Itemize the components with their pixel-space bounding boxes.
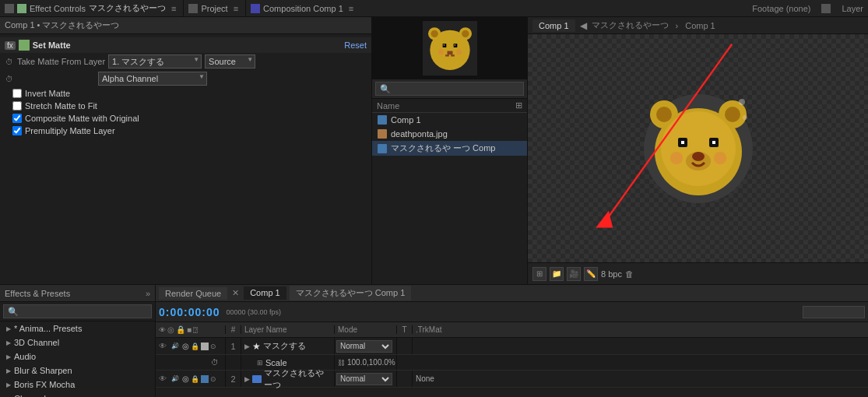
premultiply-matte-checkbox[interactable] — [12, 126, 22, 135]
layer2-motion-blur-icon[interactable]: ⊙ — [210, 375, 216, 383]
effects-item-4-triangle: ▶ — [6, 381, 11, 388]
tab-comp1[interactable]: Comp 1 — [244, 286, 286, 300]
project-file-maskcomp[interactable]: マスクされるや ーつ Comp — [372, 141, 527, 156]
comp-icon-comp1 — [378, 115, 387, 125]
layer2-solo-icon[interactable]: ◎ — [182, 374, 189, 383]
layer2-expand-icon[interactable]: ▶ — [244, 375, 250, 383]
layer2-lock-icon[interactable]: 🔒 — [191, 375, 199, 383]
effects-search-input[interactable] — [3, 304, 152, 318]
project-file-deathponta[interactable]: deathponta.jpg — [372, 127, 527, 141]
tl-lock-header-icon: 🔒 — [176, 325, 185, 334]
layer2-visibility-icon[interactable]: 👁 — [157, 374, 168, 385]
scale-stopwatch-icon[interactable]: ⏱ — [211, 358, 219, 367]
tab-maskcomp[interactable]: マスクされるやーつ Comp 1 — [290, 286, 412, 300]
layer1-solo-icon[interactable]: ◎ — [182, 342, 189, 350]
breadcrumb-layer: マスクされるやーつ — [592, 19, 669, 31]
tl-label-header-icon: ■ — [187, 325, 192, 334]
effects-item-3-label: Blur & Sharpen — [14, 366, 72, 375]
stretch-matte-checkbox[interactable] — [12, 101, 22, 111]
layer1-label-color — [201, 343, 209, 350]
use-for-matte-select[interactable]: Alpha Channel — [98, 72, 207, 86]
effect-controls-menu-icon[interactable]: ≡ — [169, 4, 178, 13]
composite-matte-row: Composite Matte with Original — [0, 112, 371, 125]
timeline-controls-bar: 0:00:00:00 00000 (30.00 fps) — [156, 302, 868, 322]
svg-point-21 — [725, 107, 740, 122]
layer2-label-color — [201, 375, 209, 383]
effects-item-3[interactable]: ▶ Blur & Sharpen — [0, 364, 155, 378]
project-search-input[interactable] — [375, 82, 524, 96]
composition-artwork — [636, 86, 761, 211]
svg-rect-27 — [712, 141, 715, 144]
deathponta-file-name: deathponta.jpg — [391, 129, 448, 139]
column-manage-icon[interactable]: ⊞ — [515, 100, 522, 111]
composition-header-section: Composition Comp 1 ≡ Footage (none) Laye… — [246, 0, 868, 16]
effect-controls-breadcrumb: Comp 1 • マスクされるやーつ — [0, 17, 371, 34]
comp1-file-icon — [377, 114, 388, 125]
use-for-matte-select-wrapper: Alpha Channel — [98, 72, 207, 86]
effects-search-bar — [0, 302, 155, 321]
layer1-name-cell: ▶ ★ マスクする — [241, 338, 335, 354]
comp1-tab[interactable]: Comp 1 — [532, 19, 575, 32]
effects-item-3-triangle: ▶ — [6, 367, 11, 374]
tl-eye-header-icon: 👁 — [159, 326, 166, 334]
use-for-matte-stopwatch[interactable]: ⏱ — [5, 74, 14, 83]
effects-item-1[interactable]: ▶ 3D Channel — [0, 336, 155, 350]
layer1-audio-icon[interactable]: 🔊 — [170, 341, 181, 352]
project-header-section: Project ≡ — [184, 0, 246, 16]
tab-render-queue[interactable]: Render Queue — [159, 287, 227, 300]
layer2-audio-icon[interactable]: 🔊 — [170, 374, 181, 385]
breadcrumb-curr: Comp 1 — [685, 21, 715, 30]
layer1-mode-select[interactable]: Normal — [336, 340, 392, 353]
effects-item-1-label: 3D Channel — [14, 338, 59, 347]
layer1-lock-icon[interactable]: 🔒 — [191, 343, 199, 350]
layer2-mode-select[interactable]: Normal — [336, 373, 392, 385]
layer1-visibility-icon[interactable]: 👁 — [157, 341, 168, 352]
effects-item-4[interactable]: ▶ Boris FX Mocha — [0, 378, 155, 392]
effects-item-2[interactable]: ▶ Audio — [0, 350, 155, 364]
toolbar-icon-3[interactable]: 🎥 — [567, 267, 581, 281]
composite-matte-checkbox[interactable] — [12, 114, 22, 123]
top-bar: Effect Controls マスクされるやーつ ≡ Project ≡ Co… — [0, 0, 868, 17]
project-files-list: Comp 1 deathponta.jpg マスクされるや ーつ Comp — [372, 113, 527, 284]
svg-rect-13 — [451, 54, 455, 56]
layer1-expand-icon[interactable]: ▶ — [244, 343, 250, 350]
tl-header-trkmat: .TrkMat — [413, 325, 459, 334]
stretch-matte-row: Stretch Matte to Fit — [0, 100, 371, 112]
trash-icon[interactable]: 🗑 — [625, 269, 634, 279]
main-content: Comp 1 • マスクされるやーつ fx Set Matte Reset ⏱ … — [0, 17, 868, 284]
project-file-comp1[interactable]: Comp 1 — [372, 113, 527, 127]
layer2-trkmat-text: None — [416, 374, 434, 383]
take-matte-source-select[interactable]: Source — [205, 54, 255, 69]
take-matte-label: Take Matte From Layer — [17, 57, 105, 66]
composition-menu-icon[interactable]: ≡ — [346, 4, 356, 13]
composition-view — [528, 34, 868, 262]
effects-item-0-label: * Anima... Presets — [14, 324, 82, 333]
tab-close-render[interactable]: ✕ — [232, 288, 239, 298]
project-preview-area — [372, 17, 527, 79]
invert-matte-row: Invert Matte — [0, 87, 371, 100]
reset-button[interactable]: Reset — [344, 40, 367, 50]
project-panel-icon — [188, 4, 198, 13]
effects-item-0[interactable]: ▶ * Anima... Presets — [0, 321, 155, 336]
timeline-search — [803, 306, 865, 318]
effects-item-1-triangle: ▶ — [6, 339, 11, 346]
layer1-motion-blur-icon[interactable]: ⊙ — [210, 343, 216, 350]
effects-presets-header: Effects & Presets » — [0, 285, 155, 302]
effects-item-4-label: Boris FX Mocha — [14, 380, 75, 389]
effects-item-5[interactable]: ▶ Channel — [0, 392, 155, 397]
timeline-search-input[interactable] — [803, 306, 865, 318]
project-menu-icon[interactable]: ≡ — [231, 4, 241, 13]
toolbar-icon-2[interactable]: 📁 — [550, 267, 564, 281]
effects-item-2-label: Audio — [14, 352, 36, 361]
invert-matte-checkbox[interactable] — [12, 89, 22, 98]
take-matte-stopwatch[interactable]: ⏱ — [5, 57, 14, 66]
take-matte-layer-select[interactable]: 1. マスクする — [108, 54, 202, 69]
toolbar-icon-1[interactable]: ⊞ — [532, 267, 546, 281]
toolbar-icon-4[interactable]: ✏️ — [584, 267, 598, 281]
composition-canvas — [528, 34, 868, 262]
svg-point-32 — [743, 115, 747, 120]
maskcomp-file-name: マスクされるや ーつ Comp — [391, 142, 495, 154]
effects-expand-icon[interactable]: » — [146, 289, 150, 298]
tl-header-icons: 👁 ◎ 🔒 ■ ⍰ — [156, 325, 226, 334]
svg-point-31 — [739, 99, 745, 105]
